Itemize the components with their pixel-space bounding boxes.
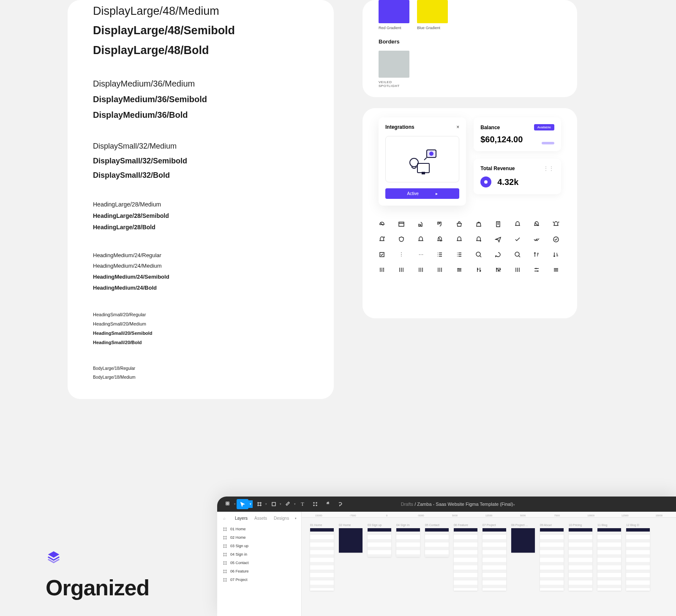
layer-item[interactable]: 01 Home [217, 525, 301, 533]
gradient-swatches: Red Gradient Blue Gradient [379, 0, 561, 30]
typo-sample: DisplayLarge/48/Bold [93, 43, 308, 58]
layer-item[interactable]: 02 Home [217, 533, 301, 542]
canvas-frame[interactable]: 03 Sign up [368, 524, 391, 591]
chevron-down-icon[interactable]: ▾ [234, 502, 236, 506]
layer-list: 01 Home02 Home03 Sign up04 Sign in05 Con… [217, 525, 301, 584]
heading-large-group: HeadingLarge/28/Medium HeadingLarge/28/S… [93, 201, 308, 231]
calendar-icon [398, 221, 405, 228]
canvas-frame[interactable]: 06 Feature [454, 524, 477, 591]
search-icon[interactable]: ⌕ [223, 516, 226, 521]
layer-item[interactable]: 06 Feature [217, 567, 301, 575]
integrations-card: Integrations × Active ▸ [379, 117, 466, 206]
layer-item[interactable]: 05 Contact [217, 559, 301, 567]
revenue-icon [480, 176, 491, 187]
frame-tool[interactable] [254, 499, 265, 509]
figma-menu-icon[interactable] [222, 499, 234, 509]
thumbs-up-icon [417, 221, 424, 228]
ruler: 15000-75000-5000500012500500075001000012… [302, 512, 676, 518]
canvas-frame[interactable]: 02 Home [339, 524, 363, 591]
move-tool[interactable] [237, 499, 248, 509]
chevron-down-icon[interactable]: ▾ [265, 502, 267, 506]
chat-icon [495, 251, 502, 258]
tab-layers[interactable]: Layers [235, 516, 248, 521]
typo-sample: HeadingSmall/20/Semibold [93, 330, 308, 336]
chevron-down-icon[interactable]: ▾ [513, 503, 515, 506]
hand-tool[interactable] [322, 499, 334, 509]
canvas-frame[interactable]: 11 Blog [597, 524, 621, 591]
frames-row: 01 Home02 Home03 Sign up04 Sign in05 Con… [302, 518, 676, 597]
close-icon[interactable]: × [456, 124, 459, 130]
typo-sample: DisplayLarge/48/Medium [93, 3, 308, 19]
typo-sample: DisplayLarge/48/Semibold [93, 23, 308, 38]
shape-tool[interactable] [268, 499, 280, 509]
canvas-frame[interactable]: 01 Home [310, 524, 334, 591]
resources-tool[interactable] [309, 499, 321, 509]
figma-sidebar: ⌕ Layers Assets Designs ▾ 01 Home02 Home… [217, 512, 302, 616]
canvas-frame[interactable]: 08 Project ... [511, 524, 535, 591]
balance-label: Balance [480, 125, 500, 130]
canvas-frame[interactable]: 05 Contact [425, 524, 449, 591]
balance-value: $60,124.00 [480, 135, 523, 144]
canvas-frame[interactable]: 10 Pricing [569, 524, 592, 591]
bell-slash-icon [436, 236, 443, 243]
bell-off-icon [533, 221, 540, 228]
chevron-down-icon[interactable]: ▾ [295, 517, 297, 520]
drag-handle-icon[interactable]: ⋮⋮ [543, 166, 554, 171]
integrations-active-button[interactable]: Active ▸ [385, 188, 459, 199]
pen-tool[interactable] [282, 499, 294, 509]
svg-rect-7 [226, 504, 227, 505]
svg-rect-0 [417, 163, 429, 173]
layer-item[interactable]: 03 Sign up [217, 542, 301, 550]
breadcrumb-drafts[interactable]: Drafts [401, 502, 413, 507]
swatch-box [417, 0, 448, 23]
typo-sample: DisplayMedium/36/Bold [93, 109, 308, 121]
layer-item[interactable]: 04 Sign in [217, 550, 301, 559]
svg-rect-8 [228, 504, 229, 505]
typo-sample: HeadingMedium/24/Medium [93, 262, 308, 270]
borders-title: Borders [379, 38, 561, 45]
list-ordered-icon [456, 251, 463, 258]
check-circle-icon [553, 236, 559, 243]
dots-horiz-icon [417, 251, 424, 258]
tab-assets[interactable]: Assets [254, 516, 267, 521]
svg-point-11 [316, 502, 317, 503]
swatch-blue-gradient: Blue Gradient [417, 0, 448, 30]
bell-icon [514, 221, 521, 228]
search-alt-icon [514, 251, 521, 258]
breadcrumb-sep: / [414, 502, 416, 507]
bell-alt-icon [456, 236, 463, 243]
text-tool[interactable]: T [297, 499, 308, 509]
chevron-down-icon[interactable]: ▾ [280, 502, 281, 506]
canvas-frame[interactable]: 07 Project [482, 524, 506, 591]
canvas-frame[interactable]: 09 About [540, 524, 564, 591]
canvas-frame[interactable]: 12 Blog D [626, 524, 650, 591]
typography-card: DisplayLarge/48/Medium DisplayLarge/48/S… [68, 0, 334, 399]
figma-breadcrumb[interactable]: Drafts / Zamba - Saas Website Figma Temp… [401, 502, 515, 507]
canvas-frame[interactable]: 04 Sign in [396, 524, 420, 591]
comment-tool[interactable] [335, 499, 346, 509]
settings-h-icon [456, 266, 463, 273]
typo-sample: HeadingLarge/28/Semibold [93, 212, 308, 220]
typo-sample: HeadingSmall/20/Regular [93, 312, 308, 318]
tab-designs[interactable]: Designs [274, 516, 289, 521]
swatch-border: VEILED SPOTLIGHT [379, 51, 409, 88]
clipboard-icon [495, 221, 502, 228]
breadcrumb-file[interactable]: Zamba - Saas Website Figma Template (Fin… [417, 502, 513, 507]
sidebar-tabs: ⌕ Layers Assets Designs ▾ [217, 516, 301, 525]
filter-icon [533, 266, 540, 273]
dots-vert-icon [398, 251, 405, 258]
chevron-down-icon[interactable]: ▾ [248, 500, 253, 508]
chevron-down-icon[interactable]: ▾ [294, 502, 296, 506]
typo-sample: HeadingMedium/24/Semibold [93, 273, 308, 281]
sort-asc-icon [553, 251, 559, 258]
swatch-label: Blue Gradient [417, 26, 448, 30]
sliders-mix-icon [436, 266, 443, 273]
dashboard-off-icon [379, 221, 385, 228]
bell-check-icon [475, 236, 482, 243]
organized-section: Organized [46, 549, 149, 600]
layer-item[interactable]: 07 Project [217, 575, 301, 584]
svg-point-10 [313, 502, 314, 503]
display-small-group: DisplaySmall/32/Medium DisplaySmall/32/S… [93, 141, 308, 180]
stats-column: Balance Available $60,124.00 Total Reven… [474, 117, 561, 206]
figma-canvas[interactable]: 15000-75000-5000500012500500075001000012… [302, 512, 676, 616]
